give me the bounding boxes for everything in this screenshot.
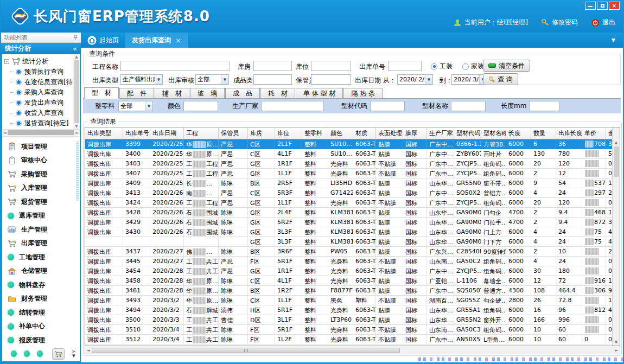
tree-item[interactable]: 在途信息查询[待: [4, 77, 80, 87]
sidebar-item-结转管理[interactable]: 结转管理: [8, 306, 80, 320]
material-tab[interactable]: 玻 璃: [190, 88, 225, 98]
tree-item[interactable]: 收货入库查询: [4, 108, 80, 118]
table-row[interactable]: 调拨出库34072020/2/25工工程严思G区1L1F整料光身料6063-T5…: [85, 169, 620, 178]
keeper-input[interactable]: [311, 74, 351, 85]
column-header[interactable]: 长度: [506, 127, 531, 139]
table-row[interactable]: 调拨出库35122020/3/4工共工程陈琳F区1L2F整料光身料6063-T5…: [85, 335, 620, 344]
vendor-input[interactable]: [261, 101, 324, 111]
material-tab[interactable]: 成 品: [225, 88, 260, 98]
table-row[interactable]: 调拨出库34092020/2/25长…陈琳B区2R5F整料LI35HD6063-…: [85, 178, 620, 188]
table-row[interactable]: G区3L3F整料KLM38176063-T5贴膜国标山东华…GA90M09.门下…: [85, 237, 620, 247]
table-row[interactable]: 调拨出库34132020/2/26南…严思C区5R3F整料G714226063-…: [85, 188, 620, 198]
quick-dot-icon[interactable]: [37, 350, 43, 357]
pin-icon[interactable]: [73, 35, 78, 41]
product-type-input[interactable]: [253, 74, 292, 85]
grid-horizontal-scrollbar[interactable]: ◄►: [85, 347, 620, 354]
tab-active[interactable]: 发货出库查询 ×: [125, 33, 188, 48]
logout-link[interactable]: 退出: [591, 18, 615, 27]
sidebar-item-退库管理[interactable]: 退库管理: [8, 209, 80, 223]
material-tab[interactable]: 耗 材: [260, 88, 295, 98]
sidebar-item-采购管理[interactable]: 采购管理: [8, 168, 80, 182]
location-input[interactable]: [311, 61, 351, 71]
color-input[interactable]: [183, 101, 218, 111]
search-button[interactable]: 查 询: [483, 73, 518, 85]
material-tab[interactable]: 配 件: [119, 88, 154, 98]
minimize-button[interactable]: [585, 2, 596, 10]
audit-select[interactable]: 全部▼: [195, 74, 229, 85]
sidebar-item-财务管理[interactable]: 财务管理: [8, 292, 80, 306]
sidebar-item-出库管理[interactable]: 出库管理: [8, 237, 80, 251]
tab-home[interactable]: 起始页: [81, 33, 125, 48]
material-tab[interactable]: 单 体 型 材: [296, 88, 343, 98]
sidebar-item-入库管理[interactable]: 入库管理: [8, 181, 80, 195]
tree-root[interactable]: - 统计分析: [4, 56, 80, 67]
sidebar-section-header[interactable]: 统计分析 «: [1, 43, 81, 54]
grid-vertical-scrollbar[interactable]: ▲▼: [612, 127, 620, 346]
column-header[interactable]: 数量: [531, 127, 556, 139]
column-header[interactable]: 生产厂家: [427, 127, 454, 139]
sidebar-item-生产管理[interactable]: 生产管理: [8, 223, 80, 237]
tab-close-icon[interactable]: ×: [175, 36, 181, 44]
table-row[interactable]: 调拨出库34932020/3/2华原…陈琳C区1L1F整料黑色塑料不贴膜国标湖南…: [85, 296, 620, 305]
table-row[interactable]: 调拨出库33992020/2/25华原…严思C区2L1F整料SU10…6063-…: [85, 139, 620, 149]
close-button[interactable]: ×: [609, 2, 620, 10]
table-row[interactable]: 调拨出库35102020/3/4工共工程陈琳F区5R1F整料光身料6063-T5…: [85, 325, 620, 335]
project-name-input[interactable]: [120, 61, 230, 71]
date-to-picker[interactable]: 2020/ 3/16▼: [451, 74, 487, 85]
column-header[interactable]: 库房: [248, 127, 275, 139]
tree-item[interactable]: 退货查询[待定]: [4, 118, 80, 129]
table-row[interactable]: 调拨出库34302020/2/26石围城陈琳G区3L3F整料KLM3817606…: [85, 227, 620, 237]
table-row[interactable]: 调拨出库35002020/3/3工共工程曹佳D区3L1F整料LT3P606063…: [85, 315, 620, 325]
change-password-link[interactable]: 修改密码: [541, 18, 578, 27]
table-row[interactable]: 调拨出库34282020/2/26石围城陈琳G区2L4F整料KLM3817606…: [85, 208, 620, 218]
tree-item[interactable]: 预算执行查询: [4, 67, 80, 77]
tree-vertical-scrollbar[interactable]: ▲▼: [73, 54, 80, 129]
sidebar-item-项目管理[interactable]: 项目管理: [8, 140, 80, 154]
sidebar-item-工地管理[interactable]: 工地管理: [8, 251, 80, 265]
column-header[interactable]: 颜色: [328, 127, 353, 139]
table-row[interactable]: 调拨出库34452020/2/27工共工程严思F区5R1F整料光身料6063-T…: [85, 257, 620, 266]
code-input[interactable]: [370, 101, 405, 111]
sidebar-item-补单中心[interactable]: 补单中心: [8, 320, 80, 334]
column-header[interactable]: 整零料: [302, 127, 328, 139]
table-row[interactable]: 调拨出库34942020/3/2石辉城汤伟H区5R1F整料光身料6063-T5贴…: [85, 305, 620, 315]
column-header[interactable]: 出库单号: [123, 127, 150, 139]
column-header[interactable]: 单价: [582, 127, 606, 139]
tree-expander-icon[interactable]: -: [4, 59, 9, 64]
date-from-picker[interactable]: 2020/ 2/16▼: [397, 74, 433, 85]
column-header[interactable]: 型材代码: [454, 127, 481, 139]
radio-jiazhuang[interactable]: 家装: [462, 62, 484, 71]
column-header[interactable]: 表面处理: [376, 127, 403, 139]
maximize-button[interactable]: [597, 2, 608, 10]
column-header[interactable]: 材质: [353, 127, 376, 139]
quick-dot-icon[interactable]: [11, 350, 17, 357]
more-chevron[interactable]: »▾: [72, 349, 75, 358]
menu-scrollbar[interactable]: [76, 141, 79, 201]
tab-list-caret-icon[interactable]: ▼: [612, 37, 615, 43]
column-header[interactable]: 出库长度: [556, 127, 582, 139]
tree-item[interactable]: 采购入库查询: [4, 87, 80, 98]
sidebar-item-仓储管理[interactable]: 仓储管理: [8, 264, 80, 278]
clear-conditions-button[interactable]: 清空条件: [483, 60, 530, 72]
table-row[interactable]: 调拨出库34612020/2/28华原…陈琳B区1R2F整料F8877FT606…: [85, 286, 620, 296]
whole-select[interactable]: 全部▼: [118, 101, 153, 111]
out-type-select[interactable]: 生产领料出库▼: [120, 74, 163, 85]
column-header[interactable]: 保管员: [219, 127, 248, 139]
tree-horizontal-scrollbar[interactable]: ◄►: [2, 129, 80, 136]
table-row[interactable]: 调拨出库34372020/2/27佛…陈琳B区3R6F整料PW056063-T5…: [85, 247, 620, 257]
column-header[interactable]: 出库日期: [150, 127, 184, 139]
table-row[interactable]: 调拨出库34542020/2/28工共工程严思G区1R1F整料光身料6063-T…: [85, 266, 620, 276]
column-header[interactable]: 型材名称: [481, 127, 506, 139]
radio-gongzhuang[interactable]: 工装: [431, 62, 453, 71]
column-header[interactable]: 膜厚: [403, 127, 427, 139]
name-input[interactable]: [451, 101, 486, 111]
table-row[interactable]: 调拨出库34002020/2/25华原…严思C区4L1F整料SU10…6063-…: [85, 149, 620, 159]
warehouse-input[interactable]: [253, 61, 292, 71]
cart-quick-button[interactable]: [52, 348, 65, 360]
table-row[interactable]: 调拨出库34032020/2/25工工程严思G区1R1F整料光身料6063-T5…: [85, 159, 620, 169]
material-tab[interactable]: 隔 热 条: [343, 88, 383, 98]
quick-dot-icon[interactable]: [24, 350, 30, 357]
table-row[interactable]: 调拨出库34582020/2/28华原…陈琳C区4L1F整料光身料6063-T5…: [85, 276, 620, 286]
column-header[interactable]: 工程: [184, 127, 219, 139]
collapse-icon[interactable]: «: [73, 44, 77, 53]
